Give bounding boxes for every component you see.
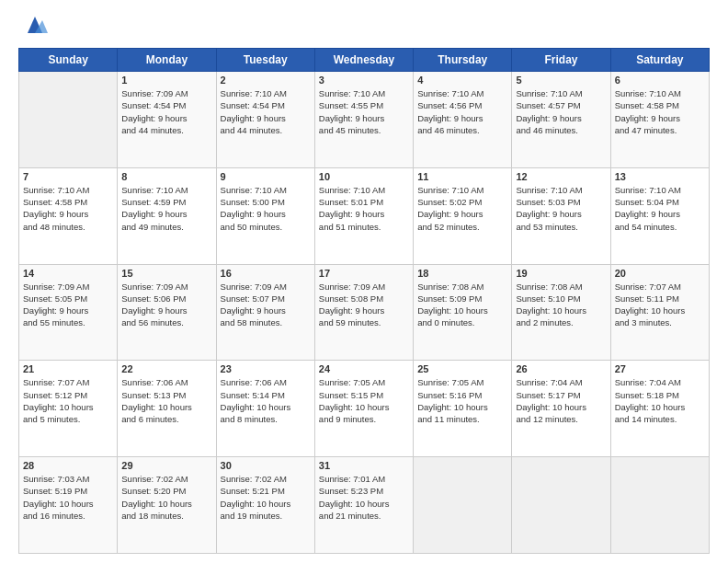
day-number: 15 <box>121 268 211 279</box>
day-header-monday: Monday <box>118 49 216 72</box>
calendar-cell: 3Sunrise: 7:10 AM Sunset: 4:55 PM Daylig… <box>314 72 413 168</box>
calendar-cell: 12Sunrise: 7:10 AM Sunset: 5:03 PM Dayli… <box>512 167 610 264</box>
cell-info: Sunrise: 7:02 AM Sunset: 5:20 PM Dayligh… <box>121 473 211 522</box>
day-number: 26 <box>516 363 606 374</box>
calendar-cell: 20Sunrise: 7:07 AM Sunset: 5:11 PM Dayli… <box>610 264 709 361</box>
cell-info: Sunrise: 7:08 AM Sunset: 5:10 PM Dayligh… <box>516 281 606 329</box>
calendar-cell: 8Sunrise: 7:10 AM Sunset: 4:59 PM Daylig… <box>118 167 216 264</box>
calendar-cell: 27Sunrise: 7:04 AM Sunset: 5:18 PM Dayli… <box>610 361 709 457</box>
week-row-3: 21Sunrise: 7:07 AM Sunset: 5:12 PM Dayli… <box>19 361 710 457</box>
day-header-wednesday: Wednesday <box>314 49 413 72</box>
day-number: 29 <box>121 460 211 471</box>
calendar-cell: 23Sunrise: 7:06 AM Sunset: 5:14 PM Dayli… <box>216 361 314 457</box>
cell-info: Sunrise: 7:09 AM Sunset: 5:05 PM Dayligh… <box>23 281 113 329</box>
cell-info: Sunrise: 7:06 AM Sunset: 5:14 PM Dayligh… <box>221 376 311 425</box>
calendar-cell: 15Sunrise: 7:09 AM Sunset: 5:06 PM Dayli… <box>118 264 216 361</box>
calendar-cell: 31Sunrise: 7:01 AM Sunset: 5:23 PM Dayli… <box>314 457 413 554</box>
day-header-tuesday: Tuesday <box>216 49 314 72</box>
calendar-cell: 30Sunrise: 7:02 AM Sunset: 5:21 PM Dayli… <box>216 457 314 554</box>
calendar-cell <box>610 457 709 554</box>
day-header-friday: Friday <box>512 49 610 72</box>
cell-info: Sunrise: 7:10 AM Sunset: 5:01 PM Dayligh… <box>319 184 409 233</box>
calendar-header: SundayMondayTuesdayWednesdayThursdayFrid… <box>19 49 710 72</box>
calendar-cell: 14Sunrise: 7:09 AM Sunset: 5:05 PM Dayli… <box>19 264 118 361</box>
calendar-cell: 17Sunrise: 7:09 AM Sunset: 5:08 PM Dayli… <box>314 264 413 361</box>
day-number: 17 <box>319 268 409 279</box>
calendar-cell: 11Sunrise: 7:10 AM Sunset: 5:02 PM Dayli… <box>414 167 512 264</box>
calendar-cell: 16Sunrise: 7:09 AM Sunset: 5:07 PM Dayli… <box>216 264 314 361</box>
cell-info: Sunrise: 7:07 AM Sunset: 5:11 PM Dayligh… <box>615 281 705 329</box>
cell-info: Sunrise: 7:05 AM Sunset: 5:15 PM Dayligh… <box>319 376 409 425</box>
calendar-cell: 26Sunrise: 7:04 AM Sunset: 5:17 PM Dayli… <box>512 361 610 457</box>
calendar-cell: 6Sunrise: 7:10 AM Sunset: 4:58 PM Daylig… <box>610 72 709 168</box>
day-number: 22 <box>121 363 211 374</box>
calendar-cell: 18Sunrise: 7:08 AM Sunset: 5:09 PM Dayli… <box>414 264 512 361</box>
cell-info: Sunrise: 7:10 AM Sunset: 4:55 PM Dayligh… <box>319 87 409 136</box>
day-number: 11 <box>417 171 507 182</box>
cell-info: Sunrise: 7:04 AM Sunset: 5:17 PM Dayligh… <box>516 376 606 425</box>
calendar-cell: 24Sunrise: 7:05 AM Sunset: 5:15 PM Dayli… <box>314 361 413 457</box>
calendar-body: 1Sunrise: 7:09 AM Sunset: 4:54 PM Daylig… <box>19 72 710 554</box>
cell-info: Sunrise: 7:10 AM Sunset: 4:57 PM Dayligh… <box>516 87 606 136</box>
day-number: 9 <box>221 171 311 182</box>
cell-info: Sunrise: 7:09 AM Sunset: 5:08 PM Dayligh… <box>319 281 409 329</box>
page: SundayMondayTuesdayWednesdayThursdayFrid… <box>0 0 728 563</box>
day-number: 3 <box>319 75 409 86</box>
calendar-cell <box>414 457 512 554</box>
cell-info: Sunrise: 7:10 AM Sunset: 5:03 PM Dayligh… <box>516 184 606 233</box>
calendar-cell: 19Sunrise: 7:08 AM Sunset: 5:10 PM Dayli… <box>512 264 610 361</box>
day-number: 7 <box>23 171 113 182</box>
day-number: 24 <box>319 363 409 374</box>
cell-info: Sunrise: 7:10 AM Sunset: 4:56 PM Dayligh… <box>417 87 507 136</box>
calendar-cell: 1Sunrise: 7:09 AM Sunset: 4:54 PM Daylig… <box>118 72 216 168</box>
day-number: 19 <box>516 268 606 279</box>
day-number: 28 <box>23 460 113 471</box>
calendar-cell: 29Sunrise: 7:02 AM Sunset: 5:20 PM Dayli… <box>118 457 216 554</box>
cell-info: Sunrise: 7:09 AM Sunset: 5:06 PM Dayligh… <box>121 281 211 329</box>
day-number: 31 <box>319 460 409 471</box>
calendar-cell <box>512 457 610 554</box>
week-row-0: 1Sunrise: 7:09 AM Sunset: 4:54 PM Daylig… <box>19 72 710 168</box>
calendar-cell: 22Sunrise: 7:06 AM Sunset: 5:13 PM Dayli… <box>118 361 216 457</box>
calendar-cell: 4Sunrise: 7:10 AM Sunset: 4:56 PM Daylig… <box>414 72 512 168</box>
cell-info: Sunrise: 7:10 AM Sunset: 5:00 PM Dayligh… <box>221 184 311 233</box>
day-number: 12 <box>516 171 606 182</box>
day-number: 5 <box>516 75 606 86</box>
cell-info: Sunrise: 7:10 AM Sunset: 4:54 PM Dayligh… <box>221 87 311 136</box>
calendar-cell: 5Sunrise: 7:10 AM Sunset: 4:57 PM Daylig… <box>512 72 610 168</box>
header <box>18 17 710 39</box>
day-number: 27 <box>615 363 705 374</box>
week-row-4: 28Sunrise: 7:03 AM Sunset: 5:19 PM Dayli… <box>19 457 710 554</box>
day-number: 30 <box>221 460 311 471</box>
day-number: 10 <box>319 171 409 182</box>
day-number: 6 <box>615 75 705 86</box>
day-number: 8 <box>121 171 211 182</box>
day-number: 23 <box>221 363 311 374</box>
day-header-thursday: Thursday <box>414 49 512 72</box>
day-header-sunday: Sunday <box>19 49 118 72</box>
calendar-cell: 2Sunrise: 7:10 AM Sunset: 4:54 PM Daylig… <box>216 72 314 168</box>
day-number: 25 <box>417 363 507 374</box>
cell-info: Sunrise: 7:07 AM Sunset: 5:12 PM Dayligh… <box>23 376 113 425</box>
calendar-cell: 25Sunrise: 7:05 AM Sunset: 5:16 PM Dayli… <box>414 361 512 457</box>
day-number: 13 <box>615 171 705 182</box>
logo <box>18 17 48 39</box>
cell-info: Sunrise: 7:10 AM Sunset: 4:58 PM Dayligh… <box>615 87 705 136</box>
day-header-saturday: Saturday <box>610 49 709 72</box>
day-number: 21 <box>23 363 113 374</box>
logo-icon <box>22 13 48 39</box>
cell-info: Sunrise: 7:09 AM Sunset: 5:07 PM Dayligh… <box>221 281 311 329</box>
cell-info: Sunrise: 7:06 AM Sunset: 5:13 PM Dayligh… <box>121 376 211 425</box>
header-row: SundayMondayTuesdayWednesdayThursdayFrid… <box>19 49 710 72</box>
cell-info: Sunrise: 7:09 AM Sunset: 4:54 PM Dayligh… <box>121 87 211 136</box>
cell-info: Sunrise: 7:03 AM Sunset: 5:19 PM Dayligh… <box>23 473 113 522</box>
calendar-cell: 13Sunrise: 7:10 AM Sunset: 5:04 PM Dayli… <box>610 167 709 264</box>
calendar-cell: 28Sunrise: 7:03 AM Sunset: 5:19 PM Dayli… <box>19 457 118 554</box>
cell-info: Sunrise: 7:08 AM Sunset: 5:09 PM Dayligh… <box>417 281 507 329</box>
calendar-cell <box>19 72 118 168</box>
day-number: 4 <box>417 75 507 86</box>
day-number: 14 <box>23 268 113 279</box>
calendar: SundayMondayTuesdayWednesdayThursdayFrid… <box>18 48 710 554</box>
cell-info: Sunrise: 7:10 AM Sunset: 5:04 PM Dayligh… <box>615 184 705 233</box>
calendar-cell: 7Sunrise: 7:10 AM Sunset: 4:58 PM Daylig… <box>19 167 118 264</box>
